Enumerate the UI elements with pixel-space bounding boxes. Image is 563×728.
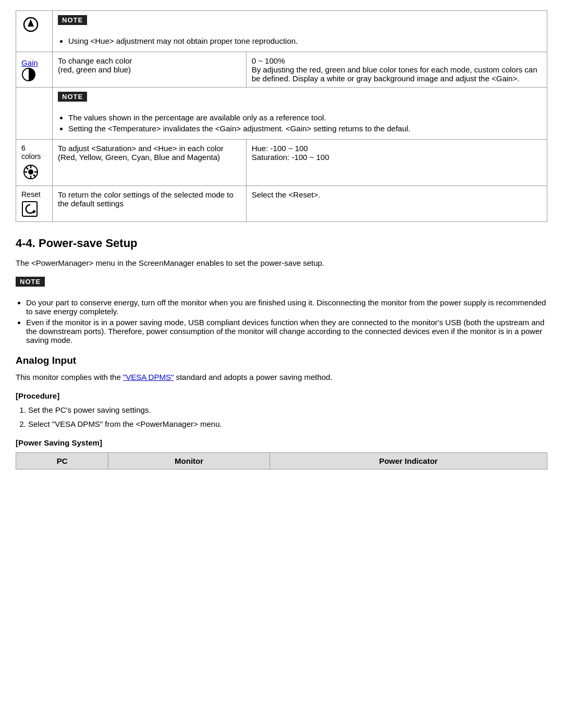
gain-link[interactable]: Gain: [21, 58, 47, 67]
analog-intro-before: This monitor complies with the: [16, 373, 123, 381]
power-table-header-monitor: Monitor: [108, 453, 270, 470]
section-44-note-item-1: Do your part to conserve energy, turn of…: [26, 298, 547, 316]
gain-col2-text: To change each color(red, green and blue…: [58, 56, 132, 74]
svg-rect-12: [22, 202, 37, 216]
reset-col3-text: Select the <Reset>.: [252, 190, 321, 199]
hue-note-cell: NOTE Using <Hue> adjustment may not obta…: [53, 11, 547, 52]
svg-line-11: [33, 175, 35, 177]
note-label-gain: NOTE: [58, 92, 87, 102]
section-44-intro: The <PowerManager> menu in the ScreenMan…: [16, 257, 547, 269]
reset-col2: To return the color settings of the sele…: [53, 186, 247, 222]
sixcolors-icon: [21, 163, 40, 181]
section-44-note-list: Do your part to conserve energy, turn of…: [16, 298, 547, 344]
gain-note-item-2: Setting the <Temperature> invalidates th…: [68, 124, 542, 133]
gain-note-block: NOTE: [58, 92, 542, 106]
sixcolors-col3: Hue: -100 ~ 100Saturation: -100 ~ 100: [246, 140, 547, 186]
hue-icon-cell: [16, 11, 53, 52]
sixcolors-label: 6 colors: [21, 144, 47, 161]
table-row: NOTE Using <Hue> adjustment may not obta…: [16, 11, 547, 52]
hue-note-list: Using <Hue> adjustment may not obtain pr…: [58, 36, 542, 45]
hue-icon: [21, 15, 40, 34]
sixcolors-hue-range: Hue: -100 ~ 100Saturation: -100 ~ 100: [252, 144, 329, 162]
svg-line-10: [26, 167, 28, 169]
hue-note-block: NOTE: [58, 15, 542, 29]
procedure-heading: [Procedure]: [16, 391, 547, 400]
gain-note-icon-cell: [16, 88, 53, 140]
reset-col2-text: To return the color settings of the sele…: [58, 190, 234, 208]
section-44-note-item-2: Even if the monitor is in a power saving…: [26, 318, 547, 344]
sixcolors-icon-cell: 6 colors: [16, 140, 53, 186]
hue-note-item: Using <Hue> adjustment may not obtain pr…: [68, 36, 542, 45]
gain-note-cell: NOTE The values shown in the percentage …: [53, 88, 547, 140]
gain-col3-range: 0 ~ 100% By adjusting the red, green and…: [252, 56, 537, 83]
analog-intro-after: standard and adopts a power saving metho…: [174, 373, 332, 381]
power-saving-table: PC Monitor Power Indicator: [16, 452, 547, 470]
sixcolors-col2-text: To adjust <Saturation> and <Hue> in each…: [58, 144, 224, 162]
reset-col3: Select the <Reset>.: [246, 186, 547, 222]
analog-input-heading: Analog Input: [16, 355, 547, 366]
analog-intro: This monitor complies with the "VESA DPM…: [16, 372, 547, 384]
svg-point-5: [28, 169, 33, 175]
table-row-reset: Reset To return the color settings of th…: [16, 186, 547, 222]
svg-marker-13: [33, 209, 36, 214]
gain-col3: 0 ~ 100% By adjusting the red, green and…: [246, 52, 547, 88]
reset-label: Reset: [21, 190, 47, 199]
gain-note-list: The values shown in the percentage are a…: [58, 113, 542, 133]
power-table-header-pc: PC: [16, 453, 108, 470]
reset-icon-cell: Reset: [16, 186, 53, 222]
procedure-list: Set the PC's power saving settings. Sele…: [16, 404, 547, 430]
table-row-gain-note: NOTE The values shown in the percentage …: [16, 88, 547, 140]
reset-icon: [21, 201, 38, 217]
section-44-note-block: NOTE: [16, 277, 547, 291]
power-saving-system-heading: [Power Saving System]: [16, 438, 547, 447]
table-row-gain: Gain To change each color(red, green and…: [16, 52, 547, 88]
section-44-heading: 4-4. Power-save Setup: [16, 237, 547, 250]
contrast-icon: [21, 67, 36, 82]
table-row-sixcolors: 6 colors To adjust <Saturation> and <Hue…: [16, 140, 547, 186]
gain-note-item-1: The values shown in the percentage are a…: [68, 113, 542, 122]
power-table-header-row: PC Monitor Power Indicator: [16, 453, 547, 470]
color-settings-table: NOTE Using <Hue> adjustment may not obta…: [16, 10, 547, 222]
power-table-header-indicator: Power Indicator: [270, 453, 547, 470]
procedure-item-1: Set the PC's power saving settings.: [28, 404, 547, 416]
gain-icon-cell: Gain: [16, 52, 53, 88]
vesa-dpms-link[interactable]: "VESA DPMS": [123, 373, 174, 381]
svg-point-2: [30, 23, 32, 26]
gain-col2: To change each color(red, green and blue…: [53, 52, 247, 88]
procedure-item-2: Select "VESA DPMS" from the <PowerManage…: [28, 418, 547, 430]
note-label-hue: NOTE: [58, 15, 87, 25]
note-label-44: NOTE: [16, 277, 45, 287]
sixcolors-col2: To adjust <Saturation> and <Hue> in each…: [53, 140, 247, 186]
